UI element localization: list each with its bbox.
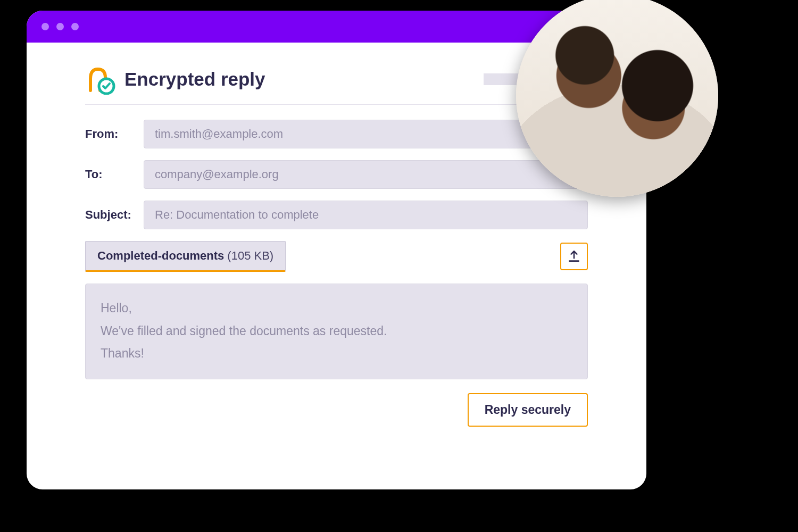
subject-value: Re: Documentation to complete — [155, 208, 319, 222]
subject-field[interactable]: Re: Documentation to complete — [144, 201, 588, 229]
subject-label: Subject: — [85, 208, 144, 222]
page-header: Encrypted reply — [85, 64, 588, 105]
window-dot[interactable] — [41, 23, 49, 30]
attachment-row: Completed-documents (105 KB) — [85, 241, 588, 272]
to-value: company@example.org — [155, 168, 279, 181]
compose-form: From: tim.smith@example.com To: company@… — [85, 120, 588, 427]
attachment-chip[interactable]: Completed-documents (105 KB) — [85, 241, 286, 272]
message-line: Hello, — [101, 297, 572, 320]
upload-icon — [567, 250, 581, 263]
from-label: From: — [85, 127, 144, 141]
window-dot[interactable] — [71, 23, 79, 30]
to-label: To: — [85, 168, 144, 181]
message-line: Thanks! — [101, 342, 572, 365]
to-field[interactable]: company@example.org — [144, 160, 588, 189]
window-dot[interactable] — [56, 23, 64, 30]
to-row: To: company@example.org — [85, 160, 588, 189]
reply-securely-button[interactable]: Reply securely — [468, 393, 588, 427]
page-title: Encrypted reply — [124, 69, 475, 90]
user-avatar-photo — [516, 0, 718, 197]
app-logo-icon — [85, 64, 116, 95]
message-line: We've filled and signed the documents as… — [101, 320, 572, 343]
message-body[interactable]: Hello, We've filled and signed the docum… — [85, 284, 588, 379]
from-row: From: tim.smith@example.com — [85, 120, 588, 148]
attachment-name: Completed-documents — [97, 249, 224, 263]
from-value: tim.smith@example.com — [155, 127, 283, 141]
upload-button[interactable] — [560, 243, 588, 270]
attachment-size: (105 KB) — [227, 249, 273, 263]
subject-row: Subject: Re: Documentation to complete — [85, 201, 588, 229]
action-row: Reply securely — [85, 393, 588, 427]
